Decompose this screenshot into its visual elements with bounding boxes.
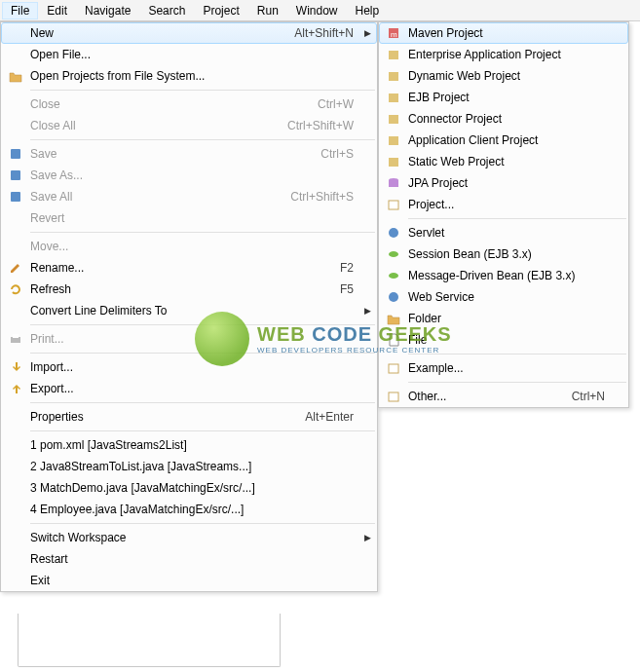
newSubmenu-item[interactable]: Connector Project [379,108,628,130]
file-menu: NewAlt+Shift+N▶Open File...Open Projects… [0,21,378,592]
submenu-arrow-icon: ▶ [359,533,371,542]
newSubmenu-item[interactable]: Message-Driven Bean (EJB 3.x) [379,265,628,286]
fileMenu-item[interactable]: 1 pom.xml [JavaStreams2List] [1,434,377,456]
newSubmenu-item[interactable]: Folder [379,308,628,329]
svg-rect-8 [389,72,398,81]
webservice-icon [383,289,404,305]
newSubmenu-item[interactable]: Project... [379,194,628,215]
menubar-help[interactable]: Help [347,2,389,19]
fileMenu-item[interactable]: Convert Line Delimiters To▶ [1,300,377,321]
newSubmenu-item[interactable]: Enterprise Application Project [379,44,628,65]
svg-rect-15 [389,201,398,209]
newSubmenu-item[interactable]: Static Web Project [379,151,628,172]
menubar-edit[interactable]: Edit [38,2,76,19]
example-icon [383,360,404,376]
newSubmenu-item[interactable]: Other...Ctrl+N [379,386,628,407]
menu-item-label: Example... [408,361,605,375]
newSubmenu-item[interactable]: EJB Project [379,87,628,108]
menubar-window[interactable]: Window [287,2,347,19]
menu-item-label: Convert Line Delimiters To [30,304,354,317]
fileMenu-item[interactable]: Import... [1,356,377,378]
fileMenu-item: Close AllCtrl+Shift+W [1,115,377,136]
fileMenu-item: Save AllCtrl+Shift+S [1,186,377,207]
fileMenu-item[interactable]: 4 Employee.java [JavaMatchingEx/src/...] [1,499,377,520]
save-icon [5,146,26,162]
menu-item-label: Save [30,147,301,161]
fileMenu-item: Move... [1,236,377,257]
menu-item-shortcut: Ctrl+Shift+W [287,119,354,132]
menu-separator [30,232,375,233]
blank-icon [5,437,26,453]
newSubmenu-item[interactable]: Session Bean (EJB 3.x) [379,243,628,265]
submenu-arrow-icon: ▶ [359,306,371,316]
fileMenu-item[interactable]: Rename...F2 [1,257,377,279]
menu-item-label: Open File... [30,48,354,61]
project-icon [383,197,404,212]
menubar-project[interactable]: Project [194,2,247,19]
menu-item-shortcut: Ctrl+S [320,147,354,161]
menu-item-shortcut: Ctrl+Shift+S [290,190,354,204]
ejb-icon [383,90,404,105]
menu-item-label: Restart [30,552,354,566]
menu-item-shortcut: F2 [340,261,354,275]
connector-icon [383,111,404,127]
menu-separator [408,218,626,219]
newSubmenu-item[interactable]: mMaven Project [379,22,628,44]
fileMenu-item: Save As... [1,165,377,186]
menubar-navigate[interactable]: Navigate [76,2,139,19]
newSubmenu-item[interactable]: JPA Project [379,172,628,194]
blank-icon [5,551,26,567]
menu-item-label: Other... [408,390,552,403]
svg-rect-0 [11,149,20,159]
fileMenu-item[interactable]: Open Projects from File System... [1,65,377,87]
fileMenu-item[interactable]: 3 MatchDemo.java [JavaMatchingEx/src/...… [1,477,377,499]
folder-icon [383,311,404,326]
svg-rect-12 [389,158,398,167]
other-icon [383,389,404,404]
svg-text:m: m [391,30,397,39]
blank-icon [5,96,26,112]
fileMenu-item[interactable]: 2 Java8StreamToList.java [JavaStreams...… [1,456,377,477]
print-icon [5,331,26,347]
menu-separator [30,324,375,325]
menu-item-label: Print... [30,332,354,346]
menubar-file[interactable]: File [2,2,38,19]
menu-item-label: EJB Project [408,91,605,104]
menubar-run[interactable]: Run [248,2,287,19]
jpa-icon [383,175,404,191]
menubar-search[interactable]: Search [139,2,194,19]
menu-item-label: Application Client Project [408,133,605,147]
fileMenu-item[interactable]: Export... [1,378,377,399]
menu-item-label: Revert [30,211,354,225]
menu-item-shortcut: Alt+Enter [305,410,354,424]
menu-item-label: Close [30,97,298,111]
fileMenu-item[interactable]: PropertiesAlt+Enter [1,406,377,428]
fileMenu-item[interactable]: Exit [1,570,377,591]
menu-item-label: 1 pom.xml [JavaStreams2List] [30,438,354,452]
fileMenu-item[interactable]: NewAlt+Shift+N▶ [1,22,377,44]
fileMenu-item: Revert [1,207,377,229]
svg-rect-1 [11,170,20,180]
menu-item-label: Web Service [408,290,605,304]
newSubmenu-item[interactable]: Servlet [379,222,628,243]
svg-point-17 [389,251,398,257]
menu-item-label: Project... [408,198,605,211]
newSubmenu-item[interactable]: File [379,329,628,351]
menu-item-shortcut: F5 [340,282,354,296]
menu-item-label: 3 MatchDemo.java [JavaMatchingEx/src/...… [30,481,354,495]
svg-rect-20 [389,364,398,373]
newSubmenu-item[interactable]: Web Service [379,286,628,308]
newSubmenu-item[interactable]: Example... [379,357,628,379]
menu-item-label: Properties [30,410,285,424]
newSubmenu-item[interactable]: Application Client Project [379,130,628,151]
refresh-icon [5,281,26,297]
menu-item-label: Import... [30,360,354,374]
fileMenu-item[interactable]: Open File... [1,44,377,65]
svg-point-19 [389,292,398,302]
fileMenu-item[interactable]: Switch Workspace▶ [1,527,377,548]
svg-rect-2 [11,192,20,202]
fileMenu-item[interactable]: Restart [1,548,377,570]
fileMenu-item[interactable]: RefreshF5 [1,279,377,300]
blank-icon [5,480,26,496]
newSubmenu-item[interactable]: Dynamic Web Project [379,65,628,87]
